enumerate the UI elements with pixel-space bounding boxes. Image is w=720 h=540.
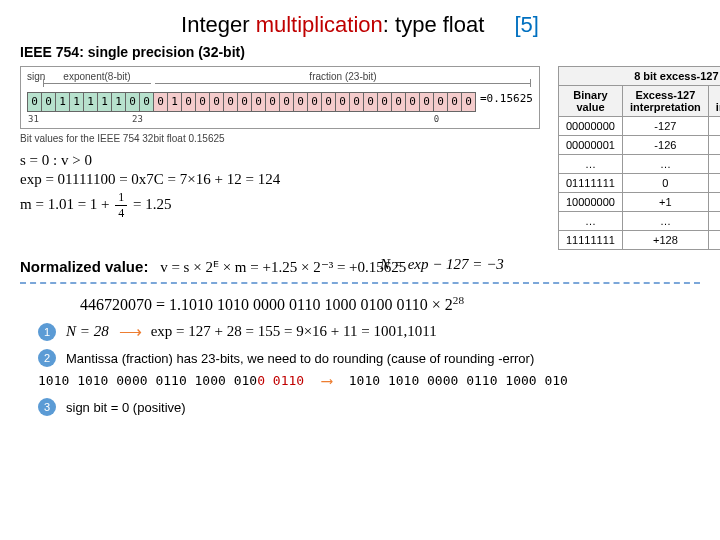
mantissa-rounding-row: 1010 1010 0000 0110 1000 0100 0110 ⟶ 101… [38,371,700,390]
table-row: ……… [558,212,720,231]
bit-exp: 1 [112,93,126,111]
bit-exp: 1 [56,93,70,111]
table-row: 10000000+1128 [558,193,720,212]
bit-exp: 1 [98,93,112,111]
bit-exp: 0 [126,93,140,111]
step-1-exp: exp = 127 + 28 = 155 = 9×16 + 11 = 1001,… [151,323,437,340]
bit-exp: 1 [84,93,98,111]
bit-frac: 0 [434,93,448,111]
bit-frac: 0 [406,93,420,111]
derivation-math: s = 0 : v > 0 exp = 01111100 = 0x7C = 7×… [20,152,540,221]
bit-frac: 0 [196,93,210,111]
table-row: 00000000-1270 [558,117,720,136]
normalized-value-row: Normalized value: v = s × 2ᴱ × m = +1.25… [20,258,700,276]
bit-exp: 0 [140,93,154,111]
table-row: 11111111+128255 [558,231,720,250]
bit-frac: 0 [294,93,308,111]
col-binary: Binary value [558,86,622,117]
step-1-N: N = 28 [66,323,109,340]
mantissa-before: 1010 1010 0000 0110 1000 0100 0110 [38,373,304,388]
bit-frac: 0 [350,93,364,111]
bit-frac: 0 [280,93,294,111]
label-exponent: exponent(8-bit) [41,71,153,82]
math-exp-line: exp = 01111100 = 0x7C = 7×16 + 12 = 124 [20,171,540,188]
title-tail: : type float [383,12,485,37]
bit-frac: 0 [462,93,475,111]
normalized-eq: v = s × 2ᴱ × m = +1.25 × 2⁻³ = +0.15625 [160,259,406,275]
bit-frac: 0 [364,93,378,111]
table-row: ……… [558,155,720,174]
idx-23: 23 [131,114,144,124]
table-row: 00000001-1261 [558,136,720,155]
math-sign-line: s = 0 : v > 0 [20,152,540,169]
arrow-icon: ⟶ [322,371,331,390]
normalized-label: Normalized value: [20,258,148,275]
bit-frac: 0 [266,93,280,111]
table-caption: 8 bit excess-127 [558,66,720,85]
bit-frac: 0 [182,93,196,111]
bit-frac: 0 [378,93,392,111]
title-word-multiplication: multiplication [256,12,383,37]
citation-ref: [5] [514,12,538,37]
step-3-text: sign bit = 0 (positive) [66,400,186,415]
table-row: 011111110127 [558,174,720,193]
bit-frac: 0 [210,93,224,111]
ieee754-diagram: sign exponent(8-bit) fraction (23-bit) 0… [20,66,540,223]
mantissa-after: 1010 1010 0000 0110 1000 010 [349,373,568,388]
col-excess: Excess-127 interpretation [622,86,708,117]
bit-frac: 0 [420,93,434,111]
idx-31: 31 [27,114,40,124]
bit-sign: 0 [28,93,42,111]
subtitle: IEEE 754: single precision (32-bit) [20,44,700,60]
bit-row: 00111110001000000000000000000000 [27,92,476,112]
step-1-badge: 1 [38,323,56,341]
bit-frac: 0 [336,93,350,111]
excess127-table: 8 bit excess-127 Binary value Excess-127… [558,66,720,250]
bit-frac: 0 [308,93,322,111]
bit-frac: 0 [252,93,266,111]
step-2-text: Mantissa (fraction) has 23-bits, we need… [66,351,534,366]
diagram-value: =0.15625 [480,92,533,105]
idx-0: 0 [430,114,443,124]
step-3-badge: 3 [38,398,56,416]
diagram-caption: Bit values for the IEEE 754 32bit float … [20,133,540,144]
big-equation: 446720070 = 1.1010 1010 0000 0110 1000 0… [80,294,700,314]
slide-title: Integer multiplication: type float [5] [20,12,700,38]
bit-frac: 0 [154,93,168,111]
separator-dashed [20,282,700,284]
bit-index-row: 31230 [27,114,533,124]
bit-frac: 1 [168,93,182,111]
step-2-row: 2 Mantissa (fraction) has 23-bits, we ne… [38,349,700,367]
math-mantissa-line: m = 1.01 = 1 + 14 = 1.25 [20,190,540,221]
bit-frac: 0 [448,93,462,111]
title-word-integer: Integer [181,12,256,37]
col-unsigned: Unsigned interpretation [708,86,720,117]
bit-exp: 0 [42,93,56,111]
bit-exp: 1 [70,93,84,111]
step-3-row: 3 sign bit = 0 (positive) [38,398,700,416]
label-sign: sign [27,71,41,82]
arrow-icon: ⟶ [119,322,141,341]
step-1-row: 1 N = 28 ⟶ exp = 127 + 28 = 155 = 9×16 +… [38,322,700,341]
bit-frac: 0 [322,93,336,111]
bit-frac: 0 [224,93,238,111]
math-N-line: N = exp − 127 = −3 [380,256,504,273]
bit-frac: 0 [392,93,406,111]
label-fraction: fraction (23-bit) [153,71,533,82]
step-2-badge: 2 [38,349,56,367]
bit-frac: 0 [238,93,252,111]
